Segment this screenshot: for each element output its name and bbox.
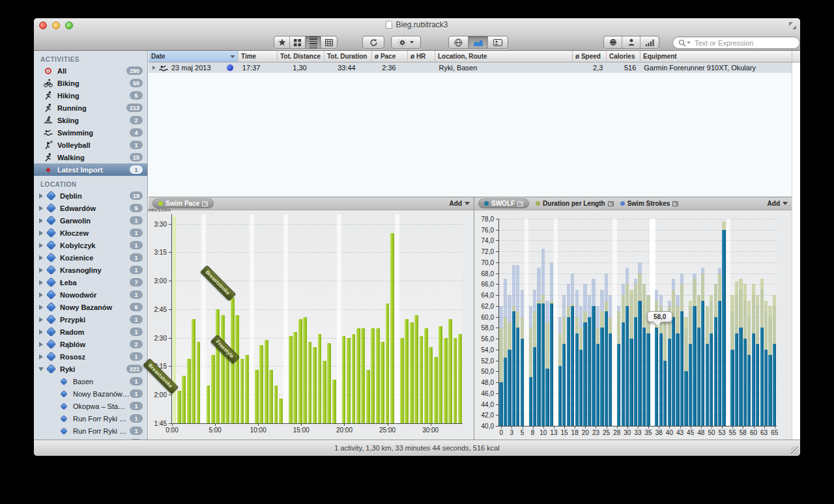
swolf-bar[interactable] (743, 339, 747, 426)
swolf-bar[interactable] (684, 371, 687, 426)
swolf-bar[interactable] (622, 322, 625, 426)
athlete-button[interactable] (622, 36, 640, 48)
disclosure-triangle[interactable] (36, 193, 46, 199)
swolf-bar[interactable] (672, 317, 675, 426)
swim-pace-bar[interactable] (390, 233, 394, 423)
swim-pace-bar[interactable] (429, 347, 433, 423)
swolf-bar[interactable] (659, 333, 663, 426)
popout-icon[interactable] (672, 201, 678, 206)
row-disclosure-triangle[interactable] (152, 66, 156, 70)
swolf-bar[interactable] (596, 344, 599, 426)
disclosure-triangle[interactable] (36, 255, 46, 260)
swolf-bar[interactable] (680, 311, 683, 426)
swim-pace-bar[interactable] (405, 319, 409, 424)
swim-pace-bar[interactable] (371, 328, 375, 423)
column-header-location-route[interactable]: Location, Route (435, 51, 573, 62)
swim-pace-bar[interactable] (265, 340, 268, 423)
swim-pace-bar[interactable] (347, 338, 351, 423)
column-header-equipment[interactable]: Equipment (640, 51, 792, 62)
swolf-bar[interactable] (655, 328, 658, 426)
sidebar-item-garwolin[interactable]: Garwolin1 (34, 214, 147, 227)
swolf-bar[interactable] (646, 333, 650, 426)
sidebar-item-ryki-run-forr-ryki-et[interactable]: Run Forr Ryki et…1 (34, 425, 147, 437)
swim-pace-bar[interactable] (352, 334, 356, 423)
swim-pace-bar[interactable] (182, 376, 186, 423)
swolf-bar[interactable] (739, 328, 742, 426)
swim-pace-bar[interactable] (303, 317, 307, 423)
sidebar-item-d-blin[interactable]: Dęblin19 (34, 189, 147, 202)
legend-duration-per-length[interactable]: Duration per Length (536, 200, 614, 207)
swim-pace-bar[interactable] (298, 319, 302, 424)
disclosure-triangle[interactable] (36, 292, 46, 298)
swolf-bar[interactable] (609, 333, 612, 426)
swolf-bar[interactable] (730, 350, 734, 426)
search-field[interactable] (672, 36, 800, 49)
swim-pace-bar[interactable] (332, 380, 336, 423)
swolf-bar[interactable] (693, 306, 696, 426)
disclosure-triangle[interactable] (36, 206, 46, 211)
favorites-view-button[interactable] (274, 36, 290, 48)
sidebar-item-krasnogliny[interactable]: Krasnogliny1 (34, 264, 147, 276)
sidebar-item-rososz[interactable]: Rososz1 (34, 350, 147, 363)
column-header-speed[interactable]: ø Speed (573, 51, 607, 62)
swim-pace-bar[interactable] (225, 357, 229, 423)
sidebar-item-ryki-okopwa-staw[interactable]: Okopwa – Staw…1 (34, 400, 147, 412)
swolf-bar[interactable] (533, 347, 536, 426)
swim-pace-bar[interactable] (177, 391, 181, 423)
swim-pace-bar[interactable] (211, 355, 215, 423)
swolf-bar[interactable] (583, 322, 586, 426)
swolf-bar[interactable] (545, 369, 549, 426)
swolf-bar[interactable] (722, 230, 725, 426)
swim-pace-bar[interactable] (342, 336, 346, 423)
column-header-pace[interactable]: ø Pace (372, 51, 408, 62)
sidebar-item-hiking[interactable]: Hiking5 (34, 89, 147, 102)
sidebar-item-ryki[interactable]: Ryki221 (34, 363, 147, 375)
column-header-tot-distance[interactable]: Tot. Distance (278, 51, 324, 62)
swim-pace-bar[interactable] (255, 370, 259, 423)
sidebar-item-k-oczew[interactable]: Kłoczew1 (34, 227, 147, 239)
sidebar-item-walking[interactable]: Walking15 (34, 151, 147, 163)
swolf-bar[interactable] (499, 382, 502, 426)
swim-pace-bar[interactable] (414, 315, 418, 423)
column-header-calories[interactable]: Calories (607, 51, 640, 62)
disclosure-triangle[interactable] (36, 243, 46, 248)
sidebar-item-kobylczyk[interactable]: Kobylczyk1 (34, 239, 147, 251)
swim-pace-bar[interactable] (293, 332, 297, 423)
swim-pace-bar[interactable] (313, 347, 317, 423)
swim-pace-bar[interactable] (279, 399, 283, 423)
swolf-bar[interactable] (689, 344, 692, 426)
details-view-button[interactable] (488, 36, 508, 48)
swolf-bar[interactable] (550, 303, 553, 426)
swim-pace-bar[interactable] (420, 336, 424, 423)
sidebar-item-edward-w[interactable]: Edwardów9 (34, 202, 147, 214)
swim-pace-bar[interactable] (381, 342, 384, 423)
swim-pace-bar[interactable] (235, 315, 239, 423)
vertical-scrollbar[interactable] (792, 63, 800, 440)
swolf-bar[interactable] (504, 357, 507, 426)
sidebar-item-kozienice[interactable]: Kozienice1 (34, 251, 147, 264)
statistics-button[interactable] (640, 36, 659, 48)
disclosure-triangle[interactable] (36, 329, 46, 335)
grid-view-button[interactable] (290, 36, 306, 48)
swolf-bar[interactable] (701, 301, 704, 426)
swolf-bar[interactable] (516, 328, 519, 426)
swim-pace-bar[interactable] (187, 359, 191, 423)
column-header-hr[interactable]: ø HR (408, 51, 435, 62)
disclosure-triangle[interactable] (36, 367, 46, 371)
disclosure-triangle[interactable] (36, 342, 46, 347)
disclosure-triangle[interactable] (36, 280, 46, 285)
swim-pace-bar[interactable] (259, 345, 263, 423)
disclosure-triangle[interactable] (36, 231, 46, 236)
swolf-bar[interactable] (642, 328, 646, 426)
table-view-button[interactable] (321, 36, 337, 48)
swim-pace-bar[interactable] (439, 326, 442, 423)
disclosure-triangle[interactable] (36, 317, 46, 322)
swolf-bar[interactable] (558, 366, 562, 426)
swolf-bar[interactable] (626, 306, 629, 426)
popout-icon[interactable] (517, 201, 523, 206)
swolf-bar[interactable] (508, 350, 511, 426)
sidebar-item-ryki-nowy-bazan-w[interactable]: Nowy Bazanów…1 (34, 387, 147, 400)
swolf-bar[interactable] (764, 350, 768, 426)
swim-pace-bar[interactable] (444, 338, 448, 423)
swolf-bar[interactable] (760, 328, 764, 426)
